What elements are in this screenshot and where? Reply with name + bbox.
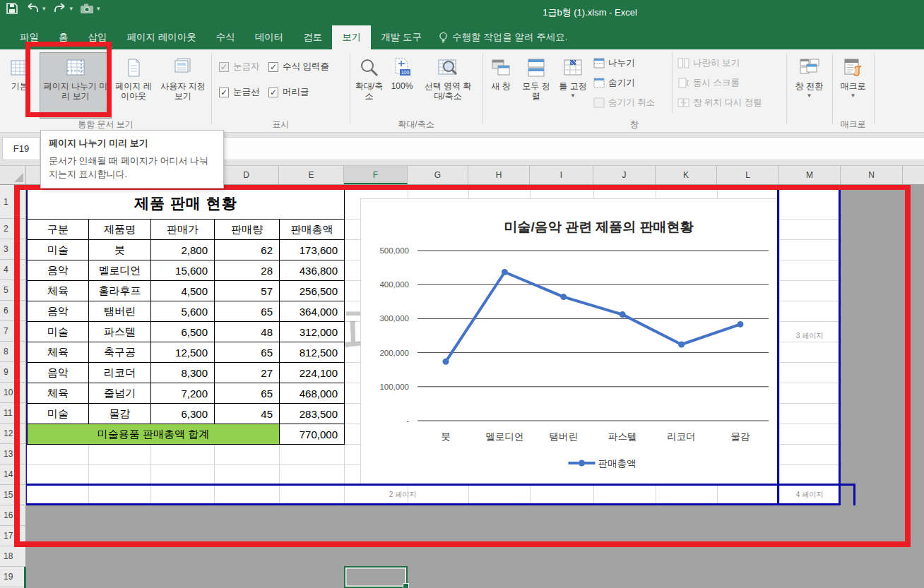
formula-bar-checkbox[interactable]: ✓ 수식 입력줄 bbox=[268, 61, 329, 73]
table-cell[interactable]: 15,600 bbox=[151, 260, 215, 281]
column-header[interactable]: K bbox=[656, 166, 717, 184]
table-footer-label[interactable]: 미술용품 판매총액 합계 bbox=[28, 424, 280, 445]
row-header[interactable]: 6 bbox=[0, 301, 25, 321]
synchronous-scrolling-button[interactable]: 동시 스크롤 bbox=[677, 73, 740, 92]
page-break-horizontal[interactable] bbox=[25, 484, 855, 486]
freeze-panes-button[interactable]: 틀 고정 ▼ bbox=[555, 52, 591, 119]
table-cell[interactable]: 파스텔 bbox=[89, 322, 151, 342]
table-cell[interactable]: 62 bbox=[215, 240, 280, 260]
table-cell[interactable]: 28 bbox=[215, 260, 280, 281]
page-layout-button[interactable]: 페이지 레이아웃 bbox=[113, 52, 154, 119]
table-cell[interactable]: 312,000 bbox=[280, 322, 345, 342]
table-cell[interactable]: 27 bbox=[215, 363, 280, 383]
table-cell[interactable]: 5,600 bbox=[151, 301, 215, 322]
table-cell[interactable]: 음악 bbox=[28, 260, 89, 281]
undo-icon[interactable] bbox=[25, 3, 40, 14]
macros-button[interactable]: 매크로 ▼ bbox=[834, 52, 872, 119]
table-cell[interactable]: 65 bbox=[215, 383, 280, 404]
table-cell[interactable]: 57 bbox=[215, 281, 280, 301]
column-header[interactable]: M bbox=[779, 166, 841, 184]
zoom-button[interactable]: 확대/축소 bbox=[353, 52, 385, 119]
undo-dropdown-icon[interactable]: ▾ bbox=[42, 5, 46, 12]
column-header[interactable]: H bbox=[468, 166, 530, 184]
table-title[interactable]: 제품 판매 현황 bbox=[28, 187, 345, 220]
table-cell[interactable]: 음악 bbox=[28, 301, 89, 322]
table-header-cell[interactable]: 판매총액 bbox=[280, 220, 345, 240]
row-header[interactable]: 10 bbox=[0, 383, 25, 403]
row-header[interactable]: 2 bbox=[0, 219, 25, 239]
page-break-preview-button[interactable]: 페이지 나누기 미리 보기 bbox=[40, 52, 112, 119]
ribbon-tab[interactable]: 개발 도구 bbox=[371, 25, 432, 49]
table-cell[interactable]: 체육 bbox=[28, 342, 89, 363]
view-side-by-side-button[interactable]: 나란히 보기 bbox=[677, 54, 740, 72]
column-header[interactable]: G bbox=[408, 166, 468, 184]
sales-chart[interactable]: -100,000200,000300,000400,000500,000미술/음… bbox=[360, 198, 779, 485]
split-button[interactable]: 나누기 bbox=[593, 54, 635, 72]
custom-views-button[interactable]: 사용자 지정 보기 bbox=[156, 52, 210, 119]
table-cell[interactable]: 4,500 bbox=[151, 281, 215, 301]
table-cell[interactable]: 45 bbox=[215, 404, 280, 424]
selected-cell-F19[interactable] bbox=[344, 566, 408, 588]
row-header[interactable]: 17 bbox=[0, 526, 25, 546]
ribbon-tab[interactable]: 검토 bbox=[293, 25, 332, 49]
table-cell[interactable]: 미술 bbox=[28, 322, 89, 342]
table-cell[interactable]: 224,100 bbox=[280, 363, 345, 383]
row-header[interactable]: 3 bbox=[0, 239, 25, 260]
column-header[interactable]: E bbox=[279, 166, 344, 184]
table-cell[interactable]: 364,000 bbox=[280, 301, 345, 322]
table-cell[interactable]: 리코더 bbox=[89, 363, 151, 383]
zoom-to-selection-button[interactable]: 선택 영역 확대/축소 bbox=[420, 52, 476, 119]
table-header-cell[interactable]: 판매가 bbox=[151, 220, 215, 240]
headings-checkbox[interactable]: ✓ 머리글 bbox=[268, 86, 309, 98]
table-cell[interactable]: 훌라후프 bbox=[89, 281, 151, 301]
row-header[interactable]: 7 bbox=[0, 321, 25, 342]
table-cell[interactable]: 붓 bbox=[89, 240, 151, 260]
ribbon-tab[interactable]: 보기 bbox=[332, 25, 371, 49]
ribbon-tab[interactable]: 삽입 bbox=[78, 25, 117, 49]
table-cell[interactable]: 2,800 bbox=[151, 240, 215, 260]
row-header[interactable]: 4 bbox=[0, 260, 25, 280]
fill-handle[interactable] bbox=[403, 583, 409, 588]
row-header[interactable]: 18 bbox=[0, 546, 25, 567]
unhide-button[interactable]: 숨기기 취소 bbox=[593, 93, 655, 112]
arrange-all-button[interactable]: 모두 정렬 bbox=[519, 52, 554, 119]
name-box[interactable]: F19 bbox=[2, 137, 40, 160]
table-cell[interactable]: 체육 bbox=[28, 281, 89, 301]
table-header-cell[interactable]: 구분 bbox=[28, 220, 89, 240]
table-cell[interactable]: 65 bbox=[215, 301, 280, 322]
redo-dropdown-icon[interactable]: ▾ bbox=[70, 5, 73, 12]
gridlines-checkbox[interactable]: ✓ 눈금선 bbox=[219, 86, 260, 98]
select-all-corner[interactable] bbox=[0, 166, 26, 184]
row-header[interactable]: 1 bbox=[0, 185, 25, 219]
table-cell[interactable]: 탬버린 bbox=[89, 301, 151, 322]
table-cell[interactable]: 미술 bbox=[28, 404, 89, 424]
save-icon[interactable] bbox=[6, 2, 18, 15]
sheet-grid[interactable]: 1 페이지 2 페이지 3 페이지 4 페이지 제품 판매 현황구분제품명판매가… bbox=[0, 185, 924, 588]
table-cell[interactable]: 줄넘기 bbox=[89, 383, 151, 404]
page-break-vertical[interactable] bbox=[777, 185, 779, 505]
ribbon-tab[interactable]: 홈 bbox=[49, 25, 78, 49]
ribbon-tab[interactable]: 데이터 bbox=[245, 25, 294, 49]
sales-table[interactable]: 제품 판매 현황구분제품명판매가판매량판매총액미술붓2,80062173,600… bbox=[27, 186, 345, 445]
tell-me-box[interactable]: 수행할 작업을 알려 주세요. bbox=[432, 25, 575, 49]
new-window-button[interactable]: 새 창 bbox=[485, 52, 517, 119]
table-cell[interactable]: 12,500 bbox=[151, 342, 215, 363]
table-cell[interactable]: 173,600 bbox=[280, 240, 345, 260]
row-header[interactable]: 16 bbox=[0, 505, 25, 526]
table-cell[interactable]: 283,500 bbox=[280, 404, 345, 424]
normal-view-button[interactable]: 기본 bbox=[2, 52, 37, 119]
table-cell[interactable]: 256,500 bbox=[280, 281, 345, 301]
hide-button[interactable]: 숨기기 bbox=[593, 73, 635, 92]
column-header[interactable]: N bbox=[841, 166, 903, 184]
table-cell[interactable]: 음악 bbox=[28, 363, 89, 383]
row-header[interactable]: 14 bbox=[0, 464, 25, 485]
table-cell[interactable]: 6,500 bbox=[151, 322, 215, 342]
table-cell[interactable]: 6,300 bbox=[151, 404, 215, 424]
table-cell[interactable]: 8,300 bbox=[151, 363, 215, 383]
table-header-cell[interactable]: 판매량 bbox=[215, 220, 280, 240]
column-header[interactable]: L bbox=[717, 166, 779, 184]
ribbon-tab[interactable]: 수식 bbox=[206, 25, 245, 49]
redo-icon[interactable] bbox=[53, 3, 67, 14]
table-header-cell[interactable]: 제품명 bbox=[89, 220, 151, 240]
table-cell[interactable]: 물감 bbox=[89, 404, 151, 424]
